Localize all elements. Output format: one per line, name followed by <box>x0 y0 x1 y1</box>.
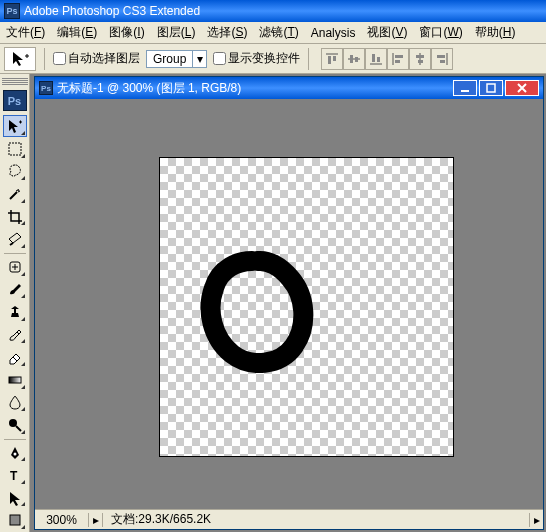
menu-edit[interactable]: 编辑(E) <box>51 22 103 43</box>
svg-rect-16 <box>437 55 445 58</box>
lasso-tool[interactable] <box>3 161 27 183</box>
brush-tool[interactable] <box>3 279 27 301</box>
svg-rect-8 <box>377 57 380 62</box>
tool-preset-button[interactable] <box>4 47 36 71</box>
workspace: Ps T Ps 无标题-1 @ 300% (图层 1, RGB/8) <box>0 74 546 532</box>
photoshop-badge-icon: Ps <box>3 90 27 112</box>
svg-rect-13 <box>416 55 424 58</box>
photoshop-icon: Ps <box>4 3 20 19</box>
show-transform-label: 显示变换控件 <box>228 50 300 67</box>
document-body[interactable] <box>35 99 543 509</box>
svg-rect-24 <box>10 515 20 525</box>
canvas[interactable] <box>159 157 454 457</box>
divider <box>308 48 309 70</box>
crop-tool[interactable] <box>3 206 27 228</box>
align-hcenter-button[interactable] <box>409 48 431 70</box>
svg-rect-4 <box>350 55 353 63</box>
canvas-area: Ps 无标题-1 @ 300% (图层 1, RGB/8) 300% ▸ <box>30 74 546 532</box>
options-bar: 自动选择图层 Group ▾ 显示变换控件 <box>0 44 546 74</box>
dodge-tool[interactable] <box>3 414 27 436</box>
status-menu-button[interactable]: ▸ <box>529 513 543 527</box>
svg-point-22 <box>13 452 16 455</box>
group-select-value: Group <box>147 52 192 66</box>
svg-rect-5 <box>355 57 358 62</box>
align-buttons <box>321 48 453 70</box>
healing-brush-tool[interactable] <box>3 256 27 278</box>
minimize-button[interactable] <box>453 80 477 96</box>
tool-separator <box>4 253 26 254</box>
svg-rect-14 <box>418 60 423 63</box>
document-title-bar[interactable]: Ps 无标题-1 @ 300% (图层 1, RGB/8) <box>35 77 543 99</box>
chevron-down-icon: ▾ <box>192 51 206 67</box>
svg-rect-17 <box>440 60 445 63</box>
svg-rect-20 <box>9 377 21 383</box>
menu-analysis[interactable]: Analysis <box>305 24 362 42</box>
align-vcenter-button[interactable] <box>343 48 365 70</box>
marquee-tool[interactable] <box>3 138 27 160</box>
tool-separator <box>4 439 26 440</box>
close-button[interactable] <box>505 80 539 96</box>
app-title-bar: Ps Adobe Photoshop CS3 Extended <box>0 0 546 22</box>
svg-point-21 <box>9 419 17 427</box>
document-window: Ps 无标题-1 @ 300% (图层 1, RGB/8) 300% ▸ <box>34 76 544 530</box>
svg-text:T: T <box>10 469 18 483</box>
brush-stroke-icon <box>190 248 320 378</box>
align-left-button[interactable] <box>387 48 409 70</box>
path-selection-tool[interactable] <box>3 487 27 509</box>
svg-rect-7 <box>372 54 375 62</box>
show-transform-checkbox[interactable]: 显示变换控件 <box>213 50 300 67</box>
svg-rect-26 <box>487 84 495 92</box>
clone-stamp-tool[interactable] <box>3 301 27 323</box>
menu-file[interactable]: 文件(F) <box>0 22 51 43</box>
align-top-button[interactable] <box>321 48 343 70</box>
auto-select-checkbox[interactable]: 自动选择图层 <box>53 50 140 67</box>
move-tool[interactable] <box>3 115 27 137</box>
type-tool[interactable]: T <box>3 464 27 486</box>
align-bottom-button[interactable] <box>365 48 387 70</box>
zoom-field[interactable]: 300% <box>35 513 89 527</box>
show-transform-input[interactable] <box>213 52 226 65</box>
menu-bar: 文件(F) 编辑(E) 图像(I) 图层(L) 选择(S) 滤镜(T) Anal… <box>0 22 546 44</box>
svg-rect-10 <box>395 55 403 58</box>
menu-layer[interactable]: 图层(L) <box>151 22 202 43</box>
move-cursor-icon <box>11 50 29 68</box>
auto-select-label: 自动选择图层 <box>68 50 140 67</box>
history-brush-tool[interactable] <box>3 324 27 346</box>
toolbox-handle[interactable] <box>2 78 28 86</box>
menu-select[interactable]: 选择(S) <box>201 22 253 43</box>
svg-rect-18 <box>9 143 21 155</box>
magic-wand-tool[interactable] <box>3 183 27 205</box>
svg-rect-1 <box>328 56 331 64</box>
toolbox: Ps T <box>0 74 30 532</box>
status-bar: 300% ▸ 文档:29.3K/665.2K ▸ <box>35 509 543 529</box>
menu-help[interactable]: 帮助(H) <box>469 22 522 43</box>
slice-tool[interactable] <box>3 228 27 250</box>
blur-tool[interactable] <box>3 392 27 414</box>
menu-image[interactable]: 图像(I) <box>103 22 150 43</box>
zoom-dropdown[interactable]: ▸ <box>89 513 103 527</box>
photoshop-icon: Ps <box>39 81 53 95</box>
svg-rect-11 <box>395 60 400 63</box>
divider <box>44 48 45 70</box>
pen-tool[interactable] <box>3 442 27 464</box>
gradient-tool[interactable] <box>3 369 27 391</box>
menu-view[interactable]: 视图(V) <box>361 22 413 43</box>
menu-filter[interactable]: 滤镜(T) <box>253 22 304 43</box>
eraser-tool[interactable] <box>3 346 27 368</box>
menu-window[interactable]: 窗口(W) <box>413 22 468 43</box>
auto-select-input[interactable] <box>53 52 66 65</box>
document-title: 无标题-1 @ 300% (图层 1, RGB/8) <box>57 80 241 97</box>
document-info: 文档:29.3K/665.2K <box>103 511 529 528</box>
group-select[interactable]: Group ▾ <box>146 50 207 68</box>
align-right-button[interactable] <box>431 48 453 70</box>
maximize-button[interactable] <box>479 80 503 96</box>
app-title: Adobe Photoshop CS3 Extended <box>24 4 200 18</box>
shape-tool[interactable] <box>3 509 27 531</box>
svg-rect-2 <box>333 56 336 61</box>
